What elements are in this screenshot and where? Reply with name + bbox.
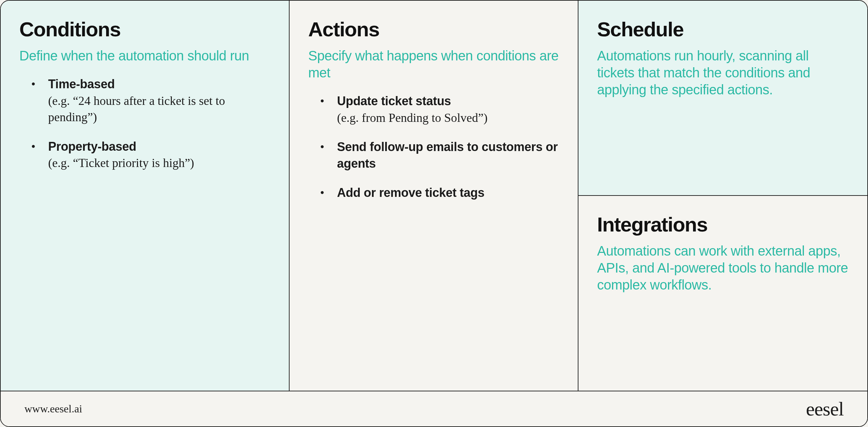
footer-brand: eesel <box>806 397 844 420</box>
schedule-subtitle: Automations run hourly, scanning all tic… <box>597 47 849 98</box>
list-item: Send follow-up emails to customers or ag… <box>317 139 559 172</box>
conditions-list: Time-based (e.g. “24 hours after a ticke… <box>19 76 270 171</box>
item-title: Send follow-up emails to customers or ag… <box>337 139 559 172</box>
list-item: Time-based (e.g. “24 hours after a ticke… <box>28 76 270 126</box>
actions-subtitle: Specify what happens when conditions are… <box>308 47 559 81</box>
conditions-subtitle: Define when the automation should run <box>19 47 270 64</box>
actions-list: Update ticket status (e.g. from Pending … <box>308 93 559 201</box>
list-item: Property-based (e.g. “Ticket priority is… <box>28 138 270 171</box>
schedule-title: Schedule <box>597 18 849 41</box>
card-integrations: Integrations Automations can work with e… <box>578 196 867 391</box>
cards-grid: Conditions Define when the automation sh… <box>1 1 867 391</box>
item-detail: (e.g. “Ticket priority is high”) <box>48 155 270 171</box>
footer: www.eesel.ai eesel <box>1 391 867 426</box>
item-title: Property-based <box>48 138 270 155</box>
actions-title: Actions <box>308 18 559 41</box>
item-title: Update ticket status <box>337 93 559 110</box>
card-schedule: Schedule Automations run hourly, scannin… <box>578 1 867 196</box>
integrations-subtitle: Automations can work with external apps,… <box>597 242 849 293</box>
item-title: Time-based <box>48 76 270 93</box>
card-actions: Actions Specify what happens when condit… <box>290 1 578 391</box>
conditions-title: Conditions <box>19 18 270 41</box>
footer-url: www.eesel.ai <box>24 403 82 415</box>
item-detail: (e.g. from Pending to Solved”) <box>337 110 559 126</box>
list-item: Add or remove ticket tags <box>317 185 559 201</box>
card-conditions: Conditions Define when the automation sh… <box>1 1 290 391</box>
integrations-title: Integrations <box>597 213 849 236</box>
item-title: Add or remove ticket tags <box>337 185 559 201</box>
list-item: Update ticket status (e.g. from Pending … <box>317 93 559 126</box>
item-detail: (e.g. “24 hours after a ticket is set to… <box>48 93 270 126</box>
